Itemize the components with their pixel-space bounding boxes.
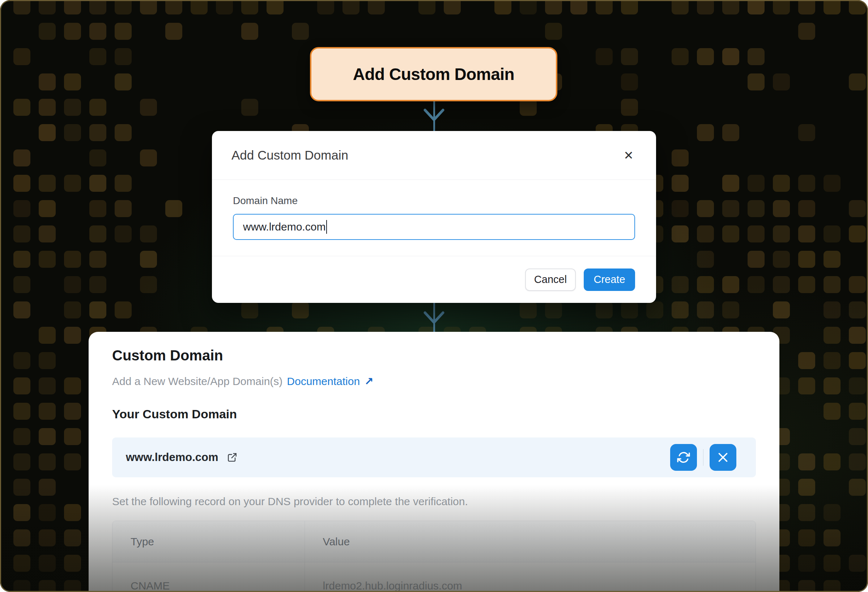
- screenshot-frame: Add Custom Domain Add Custom Domain ✕ Do…: [0, 0, 868, 592]
- table-cell-type: CNAME: [112, 562, 305, 592]
- domain-info: www.lrdemo.com: [126, 451, 238, 464]
- subtitle-text: Add a New Website/App Domain(s): [112, 375, 282, 388]
- external-arrow-icon[interactable]: ↗: [364, 375, 373, 388]
- create-button[interactable]: Create: [584, 268, 635, 291]
- close-icon: [716, 451, 729, 464]
- dns-record-table: Type Value CNAME lrdemo2.hub.loginradius…: [112, 521, 756, 592]
- domain-name-text: www.lrdemo.com: [126, 451, 218, 464]
- arrow-down-icon: [422, 108, 446, 122]
- table-header-value: Value: [305, 521, 756, 562]
- your-custom-domain-heading: Your Custom Domain: [112, 408, 756, 420]
- modal-title: Add Custom Domain: [232, 148, 348, 163]
- modal-footer: Cancel Create: [212, 256, 656, 303]
- refresh-domain-button[interactable]: [670, 444, 697, 471]
- custom-domain-panel: Custom Domain Add a New Website/App Doma…: [89, 332, 779, 592]
- external-link-icon[interactable]: [226, 451, 238, 463]
- modal-body: Domain Name www.lrdemo.com: [212, 180, 656, 240]
- close-icon[interactable]: ✕: [621, 147, 636, 163]
- cancel-button[interactable]: Cancel: [525, 268, 576, 291]
- dns-instruction-text: Set the following record on your DNS pro…: [112, 495, 756, 508]
- modal-header: Add Custom Domain ✕: [212, 131, 656, 180]
- domain-row: www.lrdemo.com: [112, 438, 756, 477]
- domain-name-value: www.lrdemo.com: [243, 221, 326, 233]
- panel-title: Custom Domain: [112, 348, 756, 363]
- add-custom-domain-button[interactable]: Add Custom Domain: [310, 47, 557, 101]
- domain-name-input[interactable]: www.lrdemo.com: [233, 214, 635, 240]
- refresh-icon: [677, 450, 691, 464]
- remove-domain-button[interactable]: [710, 444, 737, 471]
- divider: [703, 449, 703, 466]
- documentation-link[interactable]: Documentation: [287, 375, 360, 388]
- table-cell-value: lrdemo2.hub.loginradius.com: [305, 562, 756, 592]
- arrow-down-icon: [422, 311, 446, 325]
- table-header-type: Type: [112, 521, 305, 562]
- domain-name-label: Domain Name: [233, 195, 635, 207]
- text-caret: [326, 220, 327, 234]
- add-domain-modal: Add Custom Domain ✕ Domain Name www.lrde…: [212, 131, 656, 303]
- domain-actions: [670, 444, 737, 471]
- panel-subtitle: Add a New Website/App Domain(s) Document…: [112, 375, 756, 388]
